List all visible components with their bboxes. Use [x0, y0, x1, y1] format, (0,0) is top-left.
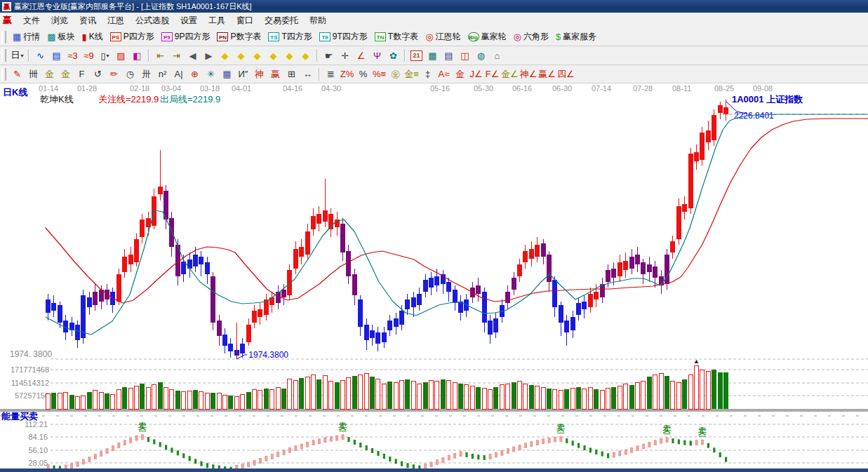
gold-circle-tool[interactable]: ㊎ [387, 67, 403, 81]
menu-窗口[interactable]: 窗口 [231, 13, 259, 28]
menu-浏览[interactable]: 浏览 [46, 13, 74, 28]
chart-area[interactable]: 17177146811451431257257156112.2184.1656.… [0, 83, 868, 472]
target-tool[interactable]: ⊕ [187, 67, 203, 81]
p-number-button[interactable]: PNP数字表 [213, 29, 265, 45]
menu-资讯[interactable]: 资讯 [74, 13, 102, 28]
n-square-tool[interactable]: n² [154, 67, 171, 81]
brush-mark-tool[interactable]: ‡ [420, 67, 436, 81]
9p-square-button[interactable]: P99P四方形 [158, 29, 214, 45]
symbol-label[interactable]: 1A0001 上证指数 [732, 93, 803, 106]
menu-设置[interactable]: 设置 [175, 13, 203, 28]
save-icon[interactable]: ◫ [457, 48, 473, 62]
diamond-expand-button[interactable]: ◆ [265, 48, 281, 62]
fibonacci-tool[interactable]: F [74, 67, 90, 81]
percent-line-tool[interactable]: Z% [339, 67, 355, 81]
cloud-tool[interactable]: ✿ [385, 48, 401, 62]
pencil-ruler-tool[interactable]: ✏ [106, 67, 122, 81]
zigzag-icon[interactable]: ∿ [32, 48, 48, 62]
pencil-tool[interactable]: ✎ [9, 67, 25, 81]
h-span-tool[interactable]: ↔ [300, 67, 316, 81]
gann-purple-tool[interactable]: Ψ [369, 48, 385, 62]
energy-indicator-label[interactable]: 能量买卖 [1, 410, 38, 423]
menu-交易委托[interactable]: 交易委托 [259, 13, 304, 28]
indicator-name-label[interactable]: 乾坤K线 [40, 93, 74, 106]
spiral-tool[interactable]: ↺ [90, 67, 106, 81]
ruler-123-tool[interactable]: ⊞ [283, 67, 300, 81]
gold-angle-tool[interactable]: 金∠ [500, 67, 519, 81]
diamond-left-button[interactable]: ◆ [217, 48, 233, 62]
kline-mode-label[interactable]: 日K线 [3, 86, 27, 99]
svg-text:1974.3800: 1974.3800 [248, 350, 288, 360]
sector-button[interactable]: ▩板块 [44, 29, 78, 45]
wave-a-tool[interactable]: A≈ [436, 67, 452, 81]
t-square-button[interactable]: TST四方形 [265, 29, 315, 45]
percent-tool[interactable]: % [355, 67, 371, 81]
last-page-button[interactable]: ⇥ [168, 48, 185, 62]
quote-button[interactable]: ▦行情 [9, 29, 44, 45]
four-angle-tool[interactable]: 四∠ [556, 67, 575, 81]
star-burst-tool[interactable]: ✳ [203, 67, 219, 81]
wave-3-icon[interactable]: ≈3 [65, 48, 81, 62]
wave-9-icon[interactable]: ≈9 [81, 48, 97, 62]
period-selector[interactable]: 日▾ [9, 48, 25, 62]
kline-chart-canvas[interactable]: 17177146811451431257257156112.2184.1656.… [0, 83, 868, 472]
svg-text:28.05: 28.05 [28, 459, 48, 467]
9t-square-button[interactable]: T99T四方形 [316, 29, 371, 45]
candle-style-selector-dropdown-icon[interactable]: ▾ [107, 53, 109, 59]
hexagon-button[interactable]: ◎六角形 [510, 29, 552, 45]
kline-button[interactable]: ▮K线 [79, 29, 107, 45]
gold-grid2-tool[interactable]: 金 [58, 67, 74, 81]
winner-service-button[interactable]: $赢家服务 [552, 29, 600, 45]
f-angle-tool[interactable]: F∠ [484, 67, 500, 81]
prev-page-button[interactable]: ◀ [185, 48, 201, 62]
pc-export-icon[interactable]: ⌂ [489, 48, 505, 62]
crosshair-tool[interactable]: ✛ [337, 48, 353, 62]
j-angle-tool[interactable]: J∠ [468, 67, 484, 81]
wave-mark-tool[interactable]: И″ [235, 67, 251, 81]
time-circle-tool[interactable]: ◷ [122, 67, 138, 81]
info-doc-icon[interactable]: ▤ [48, 48, 65, 62]
crosshair-tool-glyph: ✛ [341, 50, 349, 61]
gold-levels-tool[interactable]: 金≡ [403, 67, 420, 81]
diamond-zoom-out-button[interactable]: ◆ [298, 48, 314, 62]
menu-文件[interactable]: 文件 [18, 13, 46, 28]
gold-red-tool[interactable]: 金 [452, 67, 468, 81]
angle-measure-tool[interactable]: ∠ [353, 48, 369, 62]
calculator-icon[interactable]: ▦ [425, 48, 441, 62]
gold-grid-tool[interactable]: 金 [41, 67, 58, 81]
grid-ladder-tool-glyph: 卌 [29, 68, 38, 81]
menu-公式选股[interactable]: 公式选股 [130, 13, 175, 28]
notepad-icon[interactable]: ▤ [441, 48, 457, 62]
diamond-hspan-button[interactable]: ◆ [249, 48, 265, 62]
grid-box-tool[interactable]: ▦ [219, 67, 235, 81]
volume-profile-icon[interactable]: ◧ [129, 48, 145, 62]
shen-angle-tool[interactable]: 神∠ [519, 67, 538, 81]
first-page-button[interactable]: ⇤ [152, 48, 168, 62]
n-square-tool-glyph: n² [159, 69, 167, 79]
menu-工具[interactable]: 工具 [203, 13, 231, 28]
volume-profile-icon-glyph: ◧ [133, 50, 141, 61]
candle-style-selector[interactable]: ▯▾ [97, 48, 113, 62]
t-number-button[interactable]: TNT数字表 [371, 29, 422, 45]
menu-江恩[interactable]: 江恩 [102, 13, 130, 28]
ladder-tool[interactable]: 卅 [138, 67, 154, 81]
ying-tool[interactable]: 赢 [267, 67, 283, 81]
calendar-icon[interactable]: 21 [408, 48, 425, 62]
web-export-icon[interactable]: ◍ [473, 48, 489, 62]
p-square-button[interactable]: PSP四方形 [107, 29, 158, 45]
menu-帮助[interactable]: 帮助 [304, 13, 332, 28]
ying-angle-tool[interactable]: 赢∠ [538, 67, 556, 81]
bars-compare-tool[interactable]: ≣ [323, 67, 339, 81]
shen-tool[interactable]: 神 [251, 67, 267, 81]
percent-levels-tool[interactable]: %≡ [371, 67, 387, 81]
winner-wheel-button[interactable]: Big赢家轮 [465, 29, 510, 45]
period-selector-dropdown-icon[interactable]: ▾ [20, 53, 23, 59]
a-line-tool[interactable]: A| [171, 67, 187, 81]
gann-wheel-button[interactable]: ◎江恩轮 [422, 29, 464, 45]
diamond-zoom-in-button[interactable]: ◆ [281, 48, 298, 62]
next-page-button[interactable]: ▶ [201, 48, 217, 62]
grid-ladder-tool[interactable]: 卌 [25, 67, 41, 81]
diamond-right-button[interactable]: ◆ [233, 48, 249, 62]
gann-grid-icon[interactable]: ▨ [113, 48, 129, 62]
hand-tool[interactable]: ☛ [321, 48, 337, 62]
